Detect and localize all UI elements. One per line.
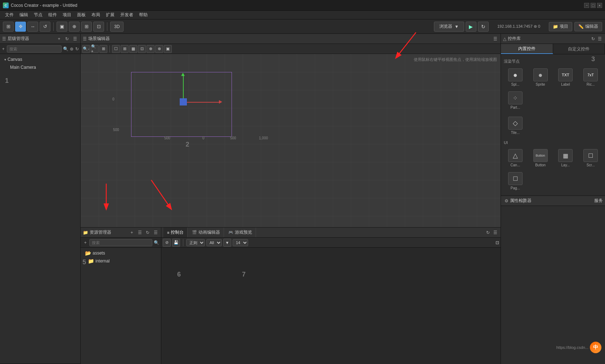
toolbar-btn-extra2[interactable]: ⊕ <box>69 22 80 32</box>
hierarchy-add-btn[interactable]: + <box>56 36 62 42</box>
scene-tool-magnify-minus[interactable]: 🔍- <box>82 45 90 53</box>
menu-item-文件[interactable]: 文件 <box>2 11 17 19</box>
play-button[interactable]: ▶ <box>466 22 476 32</box>
widget-tab-builtin[interactable]: 内置控件 <box>501 44 553 54</box>
console-save-btn[interactable]: 💾 <box>172 239 180 247</box>
scene-tool-fit[interactable]: ⊞ <box>99 45 107 53</box>
menu-item-布局[interactable]: 布局 <box>89 11 103 19</box>
service-tab[interactable]: 服务 <box>594 198 603 204</box>
assets-panel-header: 📁 资源管理器 + ☰ ↻ ☰ <box>81 228 161 238</box>
menu-item-编辑[interactable]: 编辑 <box>17 11 31 19</box>
scene-tool-btn4[interactable]: ⊡ <box>138 45 146 53</box>
hierarchy-canvas-item[interactable]: ▾ Canvas <box>1 55 79 63</box>
hierarchy-menu-btn[interactable]: ☰ <box>72 36 78 42</box>
hierarchy-filter-icon[interactable]: ⊛ <box>70 46 74 52</box>
close-btn[interactable]: × <box>597 3 602 8</box>
menu-item-面板[interactable]: 面板 <box>74 11 89 19</box>
menu-item-帮助[interactable]: 帮助 <box>136 11 151 19</box>
widget-item-canvas[interactable]: △ Can... <box>504 148 527 168</box>
maximize-btn[interactable]: □ <box>591 3 596 8</box>
refresh-button[interactable]: ↻ <box>478 22 489 32</box>
hierarchy-camera-item[interactable]: Main Camera <box>7 63 79 71</box>
console-menu-btn[interactable]: ☰ <box>492 229 498 236</box>
property-inspector-header: 4 ⚙ 属性检查器 服务 <box>501 196 605 206</box>
widget-item-particle[interactable]: ⁘ Part... <box>504 90 527 111</box>
scene-tool-magnify-plus[interactable]: 🔍+ <box>91 45 99 53</box>
scene-tool-btn3[interactable]: ▦ <box>129 45 137 53</box>
widget-refresh-btn[interactable]: ↻ <box>590 36 596 42</box>
scene-tool-sep <box>109 45 110 53</box>
toolbar-select-btn[interactable]: ✥ <box>15 22 26 32</box>
console-fontsize-select[interactable]: 14 <box>233 239 248 246</box>
browser-button[interactable]: 浏览器 ▼ <box>434 22 464 32</box>
widget-item-tilemap[interactable]: ◇ Tile... <box>504 115 527 136</box>
toolbar-move-btn[interactable]: ⊞ <box>3 22 14 32</box>
console-expand-btn[interactable]: ⊡ <box>496 240 499 245</box>
widget-label-sprite: Sprite <box>536 82 545 86</box>
toolbar-btn-extra1[interactable]: ▣ <box>57 22 67 32</box>
menu-item-扩展[interactable]: 扩展 <box>103 11 117 19</box>
scene-tool-btn1[interactable]: ☐ <box>112 45 120 53</box>
widget-item-button[interactable]: Button Button <box>529 148 552 168</box>
editor-button[interactable]: ✏️ 编辑器 <box>574 22 602 31</box>
axis-label-neg500x: 500 <box>164 136 170 140</box>
widget-item-richtext[interactable]: 7xT Ric... <box>579 67 602 88</box>
assets-add-btn[interactable]: + <box>129 229 135 236</box>
scene-canvas[interactable]: 使用鼠标右键平移视图焦点，使用滚轮缩放视图 2 500 0 500 0 500 … <box>81 54 501 227</box>
editor-label: 编辑器 <box>585 23 598 30</box>
console-refresh-btn[interactable]: ↻ <box>485 229 491 236</box>
hierarchy-search-input[interactable] <box>7 45 62 53</box>
console-filter-type[interactable]: All <box>206 239 222 246</box>
console-clear-btn[interactable]: ⊘ <box>163 239 171 247</box>
scene-tool-btn2[interactable]: ⊞ <box>121 45 129 53</box>
hierarchy-refresh-btn[interactable]: ↻ <box>64 36 70 42</box>
console-filter-dropdown-btn[interactable]: ▼ <box>223 239 231 247</box>
console-tab-console[interactable]: ≡ 控制台 <box>163 228 188 237</box>
toolbar-btn-extra3[interactable]: ⊞ <box>81 22 92 32</box>
console-tab-animation[interactable]: 🎬 动画编辑器 <box>188 228 224 237</box>
scene-tool-btn7[interactable]: ▣ <box>164 45 172 53</box>
hierarchy-search-icon[interactable]: 🔍 <box>63 46 68 52</box>
assets-folder-assets[interactable]: 📂 assets <box>82 249 160 257</box>
widget-item-pageview[interactable]: ☐ Pag... <box>504 171 527 192</box>
widget-item-layout[interactable]: ▦ Lay... <box>554 148 577 168</box>
browser-label: 浏览器 <box>439 23 452 30</box>
project-button[interactable]: 📁 项目 <box>549 22 572 31</box>
menu-item-节点[interactable]: 节点 <box>31 11 45 19</box>
assets-folder-internal[interactable]: 📁 internal <box>82 257 160 265</box>
menu-item-组件[interactable]: 组件 <box>45 11 60 19</box>
property-inspector-panel: 4 ⚙ 属性检查器 服务 <box>501 196 605 364</box>
menu-item-项目[interactable]: 项目 <box>60 11 74 19</box>
assets-refresh-btn[interactable]: ↻ <box>144 229 151 236</box>
project-icon: 📁 <box>553 24 558 29</box>
assets-add-small-btn[interactable]: + <box>82 239 89 246</box>
blue-node-square[interactable] <box>180 98 187 105</box>
menu-item-开发者[interactable]: 开发者 <box>117 11 136 19</box>
minimize-btn[interactable]: － <box>584 3 589 8</box>
logo-text: https://blog.csdn... <box>556 345 588 350</box>
widget-menu-btn[interactable]: ☰ <box>596 36 603 42</box>
toolbar-scale-btn[interactable]: ↺ <box>40 22 50 32</box>
widget-tab-custom[interactable]: 自定义控件 <box>553 44 605 54</box>
widget-item-sprite1[interactable]: ● Spl... <box>504 67 527 88</box>
console-filter-regex[interactable]: 正则 <box>186 239 205 246</box>
scene-tool-btn5[interactable]: ⊕ <box>147 45 154 53</box>
assets-folder-internal-icon: 📁 <box>88 258 94 264</box>
scene-editor-header: ☰ 场景编辑器 ☰ <box>81 34 501 44</box>
hierarchy-add-small-btn[interactable]: + <box>1 46 5 52</box>
assets-search-input[interactable] <box>89 239 152 246</box>
widget-item-scrollview[interactable]: ☐ Scr... <box>579 148 602 168</box>
assets-search-icon[interactable]: 🔍 <box>153 239 160 246</box>
scene-tool-btn6[interactable]: ⊗ <box>155 45 163 53</box>
widget-item-sprite[interactable]: ● Sprite <box>529 67 552 88</box>
console-tab-label: 控制台 <box>171 229 184 235</box>
hierarchy-refresh-small-btn[interactable]: ↻ <box>75 46 79 52</box>
assets-list-btn[interactable]: ☰ <box>136 229 143 236</box>
console-tab-preview[interactable]: 🎮 游戏预览 <box>225 228 256 237</box>
widget-item-label[interactable]: TXT Label <box>554 67 577 88</box>
toolbar-3d-btn[interactable]: 3D <box>110 22 124 32</box>
scene-editor-menu-btn[interactable]: ☰ <box>492 36 498 42</box>
toolbar-rotate-btn[interactable]: ↔ <box>27 22 38 32</box>
assets-menu-btn[interactable]: ☰ <box>152 229 159 236</box>
toolbar-btn-extra4[interactable]: ⊡ <box>93 22 104 32</box>
